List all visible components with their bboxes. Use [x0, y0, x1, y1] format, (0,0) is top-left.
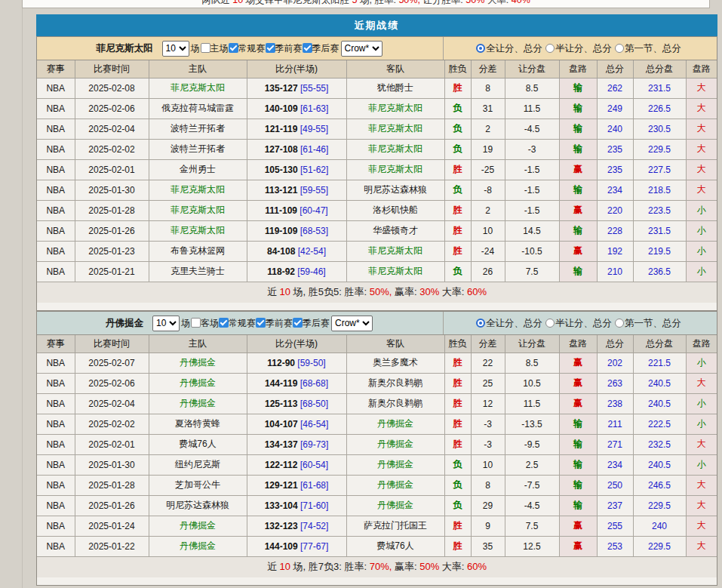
- cell-league: NBA: [37, 393, 75, 414]
- cell-date: 2025-01-24: [75, 516, 149, 536]
- odds-mode-radio-1[interactable]: [545, 319, 555, 328]
- cell-home-team: 丹佛掘金: [149, 352, 247, 373]
- cell-date: 2025-01-30: [75, 180, 149, 200]
- score-halftime: [69-73]: [300, 439, 328, 450]
- cell-over-under: 大: [686, 78, 717, 98]
- cell-total-line: 221.5: [633, 352, 686, 373]
- season-checkbox-0[interactable]: [229, 43, 238, 53]
- column-header: 盘路: [686, 60, 717, 78]
- cell-win-loss: 胜: [444, 373, 471, 393]
- cell-date: 2025-02-06: [75, 98, 149, 119]
- cell-away-team: 菲尼克斯太阳: [346, 139, 444, 159]
- games-count-select[interactable]: 10: [162, 41, 189, 57]
- cell-date: 2025-01-21: [75, 261, 149, 282]
- odds-mode-radio-2[interactable]: [615, 44, 624, 53]
- cell-handicap-line: -3: [505, 139, 559, 159]
- results-table: 赛事比赛时间主队比分(半场)客队胜负分差让分盘盘路总分总分盘盘路 NBA2025…: [37, 335, 717, 557]
- table-row: NBA2025-02-06丹佛掘金144-119 [68-68]新奥尔良鹈鹕胜2…: [37, 373, 717, 393]
- odds-mode-radio-0[interactable]: [476, 44, 485, 53]
- season-checkbox-2[interactable]: [293, 318, 303, 328]
- table-row: NBA2025-02-01金州勇士105-130 [51-62]菲尼克斯太阳胜-…: [37, 159, 717, 180]
- team-filter-bar: 菲尼克斯太阳 10 场 主场 常规赛季前赛季后赛 Crow* 全让分、总分半让分…: [37, 37, 717, 60]
- column-header: 赛事: [37, 60, 75, 78]
- text-segment: 70%,: [370, 561, 392, 572]
- odds-mode-radio-2[interactable]: [615, 319, 624, 328]
- cell-home-team: 波特兰开拓者: [149, 119, 247, 139]
- table-row: NBA2025-01-30纽约尼克斯122-112 [60-54]丹佛掘金负10…: [37, 454, 717, 475]
- cell-total-points: 271: [597, 434, 633, 454]
- column-header: 盘路: [686, 335, 717, 352]
- score-halftime: [42-54]: [298, 246, 326, 257]
- table-row: NBA2025-01-26菲尼克斯太阳119-109 [68-53]华盛顿奇才胜…: [37, 220, 717, 241]
- odds-mode-radios: 全让分、总分半让分、总分第一节、总分: [444, 37, 717, 60]
- cell-league: NBA: [37, 159, 75, 180]
- text-segment: 近: [267, 561, 280, 572]
- cell-score: 105-130 [51-62]: [247, 159, 346, 180]
- venue-checkbox[interactable]: [201, 43, 210, 53]
- cell-league: NBA: [37, 119, 75, 139]
- table-row: NBA2025-02-04波特兰开拓者121-119 [49-55]菲尼克斯太阳…: [37, 119, 717, 139]
- cell-point-diff: -3: [471, 434, 505, 454]
- cell-over-under: 小: [686, 200, 717, 220]
- table-row: NBA2025-02-06俄克拉荷马城雷霆140-109 [61-63]菲尼克斯…: [37, 98, 717, 119]
- score-halftime: [61-63]: [300, 103, 328, 114]
- cell-away-team: 菲尼克斯太阳: [346, 261, 444, 282]
- cell-win-loss: 胜: [444, 536, 471, 556]
- cell-league: NBA: [37, 352, 75, 373]
- team-summary: 近 10 场, 胜7负3: 胜率: 70%, 赢率: 50% 大率: 60%: [37, 557, 717, 577]
- cell-date: 2025-02-08: [75, 78, 149, 98]
- odds-mode-radio-0[interactable]: [476, 319, 485, 328]
- season-checkbox-label: 季后赛: [303, 318, 330, 328]
- team-section-denver-nuggets: 丹佛掘金 10 场 客场 常规赛季前赛季后赛 Crow* 全让分、总分半让分、总…: [36, 311, 717, 586]
- cell-over-under: 小: [686, 261, 717, 282]
- odds-provider-select[interactable]: Crow*: [341, 41, 383, 57]
- cell-point-diff: 35: [471, 536, 505, 556]
- text-segment: 场, 胜率:: [358, 0, 399, 5]
- table-row: NBA2025-01-30菲尼克斯太阳113-121 [59-55]明尼苏达森林…: [37, 180, 717, 200]
- text-segment: 场, 胜7负3: 胜率:: [290, 561, 370, 572]
- cell-score: 127-108 [61-46]: [247, 139, 346, 159]
- cell-over-under: 大: [686, 475, 717, 495]
- cell-handicap-result: 输: [559, 261, 597, 282]
- cell-home-team: 丹佛掘金: [149, 373, 247, 393]
- cell-handicap-result: 赢: [559, 241, 597, 261]
- cell-date: 2025-02-01: [75, 159, 149, 180]
- odds-provider-select[interactable]: Crow*: [331, 316, 373, 331]
- text-segment: 50%: [419, 561, 439, 572]
- page: 两队近 10 场交锋中菲尼克斯太阳胜 5 场, 胜率: 50%, 让分胜率: 5…: [0, 0, 722, 588]
- cell-over-under: 大: [686, 536, 717, 556]
- cell-handicap-result: 赢: [559, 516, 597, 536]
- cell-score: 84-108 [42-54]: [247, 241, 346, 261]
- venue-checkbox[interactable]: [191, 318, 201, 328]
- season-checkbox-1[interactable]: [266, 43, 275, 53]
- cell-win-loss: 胜: [444, 220, 471, 241]
- cell-total-line: 226.5: [633, 98, 686, 119]
- cell-win-loss: 负: [444, 495, 471, 516]
- table-row: NBA2025-02-02波特兰开拓者127-108 [61-46]菲尼克斯太阳…: [37, 139, 717, 159]
- cell-over-under: 小: [686, 414, 717, 434]
- table-header-row: 赛事比赛时间主队比分(半场)客队胜负分差让分盘盘路总分总分盘盘路: [37, 335, 717, 352]
- cell-total-points: 250: [597, 475, 633, 495]
- games-count-select[interactable]: 10: [152, 316, 180, 331]
- cell-over-under: 大: [686, 434, 717, 454]
- cell-total-line: 222.5: [633, 414, 686, 434]
- column-header: 客队: [346, 335, 444, 352]
- cell-total-points: 235: [597, 139, 633, 159]
- season-checkbox-2[interactable]: [303, 43, 312, 53]
- cell-date: 2025-01-30: [75, 454, 149, 475]
- cell-league: NBA: [37, 139, 75, 159]
- cell-home-team: 丹佛掘金: [149, 536, 247, 556]
- cell-handicap-line: 10.5: [505, 373, 559, 393]
- cell-point-diff: -8: [471, 180, 505, 200]
- cell-handicap-result: 赢: [559, 352, 597, 373]
- column-header: 分差: [471, 60, 505, 78]
- season-checkbox-0[interactable]: [219, 318, 229, 328]
- odds-mode-radio-1[interactable]: [545, 44, 555, 53]
- venue-filter: 客场: [191, 317, 219, 330]
- head-to-head-note: 两队近 10 场交锋中菲尼克斯太阳胜 5 场, 胜率: 50%, 让分胜率: 5…: [22, 0, 710, 8]
- season-checkbox-1[interactable]: [256, 318, 266, 328]
- cell-handicap-result: 输: [559, 220, 597, 241]
- cell-handicap-line: -4.5: [505, 495, 559, 516]
- score-halftime: [61-68]: [300, 480, 328, 491]
- table-row: NBA2025-01-22丹佛掘金144-109 [77-67]费城76人胜35…: [37, 536, 717, 556]
